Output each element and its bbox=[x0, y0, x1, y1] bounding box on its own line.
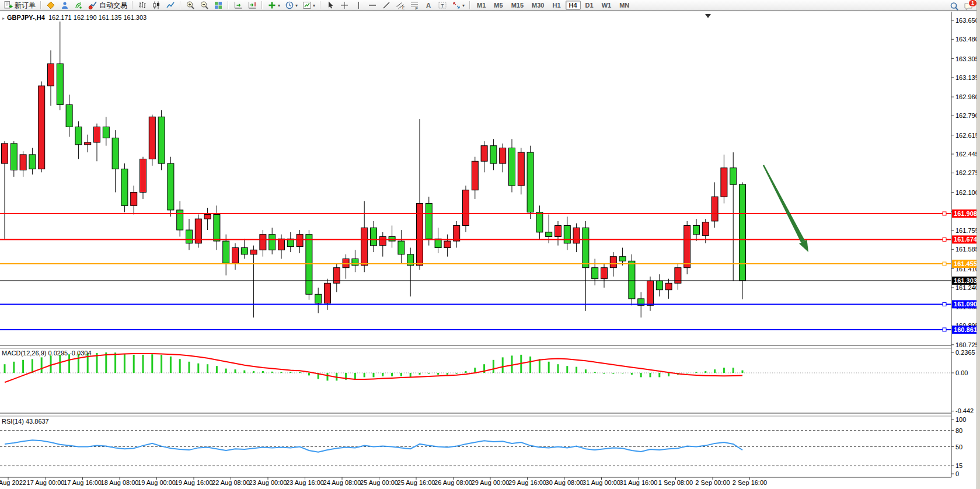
candle bbox=[527, 152, 533, 212]
community-icon bbox=[60, 1, 69, 10]
chat-button[interactable]: 1 bbox=[962, 1, 975, 12]
templates-button[interactable]: ▾ bbox=[301, 0, 317, 11]
rsi-axis-label: 50 bbox=[955, 443, 962, 450]
candle bbox=[214, 215, 220, 242]
timeframe-m15-button[interactable]: M15 bbox=[508, 1, 527, 10]
window-right-edge bbox=[976, 0, 980, 489]
timeframe-mn-button[interactable]: MN bbox=[616, 1, 633, 10]
chevron-down-icon[interactable]: ▾ bbox=[278, 3, 280, 8]
toolbar-separator bbox=[320, 1, 321, 9]
svg-text:A: A bbox=[426, 2, 431, 10]
chart-canvas[interactable]: 163.650163.480163.305163.135162.960162.7… bbox=[0, 12, 980, 489]
candle bbox=[481, 146, 487, 162]
candle bbox=[702, 222, 709, 236]
macd-histogram-bar bbox=[299, 372, 301, 373]
macd-histogram-bar bbox=[50, 355, 52, 373]
timeframe-w1-button[interactable]: W1 bbox=[598, 1, 615, 10]
macd-histogram-bar bbox=[189, 362, 190, 373]
text-button[interactable]: A bbox=[422, 0, 435, 11]
timeframe-d1-button[interactable]: D1 bbox=[582, 1, 597, 10]
signals-button[interactable] bbox=[72, 0, 85, 11]
chevron-down-icon[interactable]: ▾ bbox=[313, 3, 315, 8]
chart-shift-button[interactable] bbox=[246, 0, 259, 11]
auto-scroll-button[interactable] bbox=[232, 0, 245, 11]
templates-icon bbox=[302, 1, 312, 10]
arrows-button[interactable]: ▾ bbox=[450, 0, 466, 11]
macd-histogram-bar bbox=[705, 371, 706, 373]
community-button[interactable] bbox=[58, 0, 71, 11]
tile-windows-button[interactable] bbox=[212, 0, 225, 11]
candle bbox=[158, 117, 165, 163]
macd-histogram-bar bbox=[456, 373, 458, 374]
candle bbox=[610, 257, 616, 268]
candle bbox=[269, 235, 275, 250]
auto-scroll-icon bbox=[233, 1, 243, 10]
macd-histogram-bar bbox=[105, 352, 107, 373]
macd-histogram-bar bbox=[364, 373, 365, 377]
macd-histogram-bar bbox=[428, 373, 430, 374]
equidistant-channel-button[interactable]: E bbox=[394, 0, 407, 11]
autotrading-button[interactable]: 自动交易 bbox=[86, 0, 129, 11]
candle bbox=[85, 142, 91, 145]
one-click-trading-toggle[interactable]: ▸ bbox=[2, 16, 5, 21]
candle bbox=[232, 248, 239, 264]
new-order-icon bbox=[4, 1, 13, 10]
macd-histogram-bar bbox=[253, 371, 254, 373]
macd-histogram-bar bbox=[723, 368, 725, 373]
zoom-in-icon bbox=[186, 1, 195, 10]
horizontal-line-button[interactable] bbox=[366, 0, 379, 11]
time-tick-label: 31 Aug 00:00 bbox=[583, 479, 620, 486]
svg-text:F: F bbox=[416, 6, 418, 11]
periods-button[interactable]: ▾ bbox=[283, 0, 299, 11]
time-tick-label: 1 Sep 08:00 bbox=[658, 479, 693, 486]
macd-histogram-bar bbox=[612, 373, 614, 374]
macd-name: MACD(12,26,9) bbox=[2, 350, 46, 357]
chevron-down-icon[interactable]: ▾ bbox=[462, 3, 465, 8]
chevron-down-icon[interactable]: ▾ bbox=[295, 3, 298, 8]
indicators-button[interactable]: ▾ bbox=[266, 0, 282, 11]
chart-window[interactable]: 163.650163.480163.305163.135162.960162.7… bbox=[0, 12, 980, 489]
timeframe-h4-button[interactable]: H4 bbox=[566, 1, 581, 10]
candle bbox=[500, 148, 506, 164]
text-label-button[interactable]: T bbox=[436, 0, 449, 11]
zoom-out-button[interactable] bbox=[198, 0, 211, 11]
toolbar-separator bbox=[40, 1, 41, 9]
new-order-button[interactable]: 新订单 bbox=[2, 0, 37, 11]
line-chart-mode-button[interactable] bbox=[164, 0, 177, 11]
candle bbox=[592, 268, 598, 279]
cursor-button[interactable] bbox=[324, 0, 337, 11]
market-button[interactable] bbox=[44, 0, 57, 11]
candle bbox=[315, 294, 322, 303]
candle bbox=[149, 117, 155, 159]
macd-histogram-bar bbox=[493, 360, 494, 373]
candlestick-mode-button[interactable] bbox=[150, 0, 163, 11]
candle bbox=[490, 146, 497, 163]
bar-chart-mode-button[interactable] bbox=[136, 0, 149, 11]
crosshair-button[interactable] bbox=[338, 0, 351, 11]
candle bbox=[740, 184, 746, 281]
label-icon: T bbox=[438, 1, 447, 10]
trendline-button[interactable] bbox=[380, 0, 393, 11]
vertical-line-button[interactable] bbox=[352, 0, 365, 11]
channel-icon: E bbox=[396, 1, 405, 10]
fibonacci-button[interactable]: F bbox=[408, 0, 421, 11]
macd-histogram-bar bbox=[658, 373, 660, 377]
macd-histogram-bar bbox=[400, 373, 402, 376]
timeframe-m5-button[interactable]: M5 bbox=[490, 1, 506, 10]
macd-axis-label: -0.442 bbox=[955, 407, 974, 414]
timeframe-m1-button[interactable]: M1 bbox=[473, 1, 489, 10]
macd-axis-label: 0.2365 bbox=[955, 349, 975, 356]
candle bbox=[103, 127, 109, 138]
search-button[interactable] bbox=[948, 1, 961, 12]
zoom-in-button[interactable] bbox=[184, 0, 197, 11]
macd-indicator-label: MACD(12,26,9) 0.0295 -0.0304 bbox=[2, 350, 92, 357]
timeframe-h1-button[interactable]: H1 bbox=[549, 1, 564, 10]
current-price-label: 161.303 bbox=[954, 277, 977, 284]
macd-histogram-bar bbox=[133, 355, 135, 373]
macd-histogram-bar bbox=[382, 373, 383, 376]
price-tick-label: 162.615 bbox=[955, 132, 979, 139]
candle bbox=[121, 169, 128, 206]
timeframe-m30-button[interactable]: M30 bbox=[528, 1, 547, 10]
macd-histogram-bar bbox=[668, 373, 669, 376]
macd-histogram-bar bbox=[114, 352, 116, 373]
